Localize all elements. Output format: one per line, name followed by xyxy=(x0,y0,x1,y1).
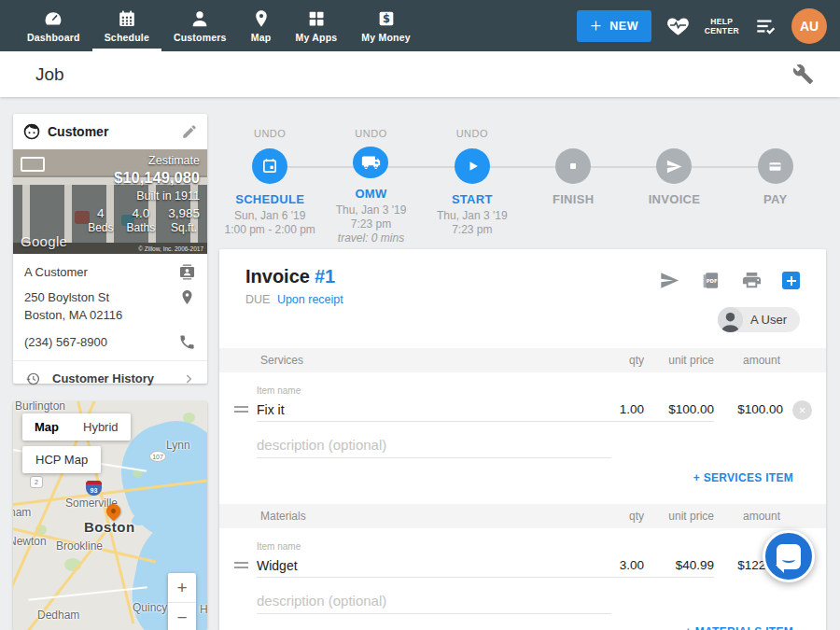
drag-handle-icon[interactable] xyxy=(234,562,248,568)
chat-support-button[interactable] xyxy=(763,530,815,582)
services-section-label: Services xyxy=(260,354,303,367)
step-label: OMW xyxy=(355,187,386,201)
omw-step-button[interactable] xyxy=(353,147,388,178)
service-qty-input[interactable] xyxy=(588,398,644,422)
job-settings-wrench-icon[interactable] xyxy=(792,63,814,85)
nav-item-my-apps[interactable]: My Apps xyxy=(284,0,350,51)
step-date: Sun, Jan 6 '19 xyxy=(224,209,315,223)
drag-handle-icon[interactable] xyxy=(234,406,248,413)
customer-name: A Customer xyxy=(24,263,88,282)
baths-value: 4.0 xyxy=(127,206,156,220)
stop-icon xyxy=(565,158,581,175)
phone-icon[interactable] xyxy=(178,333,196,351)
material-qty-input[interactable] xyxy=(588,553,644,578)
add-services-item-link[interactable]: + SERVICES ITEM xyxy=(693,471,793,484)
step-label: INVOICE xyxy=(649,192,701,206)
zillow-watermark: © Zillow, Inc. 2006-2017 xyxy=(138,245,203,252)
step-label: SCHEDULE xyxy=(235,192,304,206)
materials-section-header: Materials qty unit price amount xyxy=(219,504,826,528)
google-watermark: Google xyxy=(21,233,67,249)
map-widget[interactable]: Burlington Lynn Somerville Boston ham Ne… xyxy=(13,401,207,630)
map-label-brookline: Brookline xyxy=(56,539,103,553)
due-value-link[interactable]: Upon receipt xyxy=(277,293,343,306)
material-description-input[interactable] xyxy=(257,588,611,614)
step-date: Thu, Jan 3 '19 xyxy=(336,203,407,217)
invoice-title-text: Invoice xyxy=(245,266,310,287)
delete-item-button[interactable]: × xyxy=(792,400,812,420)
nav-item-customers[interactable]: Customers xyxy=(161,0,239,51)
route-107-shield: 107 xyxy=(149,451,166,462)
customer-card-title: Customer xyxy=(48,124,108,139)
sqft-value: 3,985 xyxy=(168,206,200,220)
map-label-newton: Newton xyxy=(13,535,47,548)
service-description-input[interactable] xyxy=(257,432,611,458)
nav-item-map[interactable]: Map xyxy=(239,0,284,51)
add-invoice-button[interactable] xyxy=(782,272,800,289)
heart-pulse-icon[interactable] xyxy=(665,13,691,38)
print-icon[interactable] xyxy=(741,270,763,291)
nav-label: Schedule xyxy=(105,32,149,43)
due-label: DUE xyxy=(245,293,270,306)
materials-section-label: Materials xyxy=(260,510,306,523)
map-type-buttons: Map Hybrid xyxy=(22,413,131,441)
i93-shield: 93 xyxy=(86,481,102,496)
service-amount: $100.00 xyxy=(699,402,783,416)
amount-column-header: amount xyxy=(700,510,780,523)
user-avatar[interactable]: AU xyxy=(791,8,827,44)
nav-item-dashboard[interactable]: Dashboard xyxy=(15,0,92,51)
invoice-step-button[interactable] xyxy=(656,148,692,184)
undo-omw-link[interactable]: UNDO xyxy=(355,128,386,139)
nav-label: My Money xyxy=(361,32,410,43)
invoice-number[interactable]: #1 xyxy=(315,266,335,287)
step-date: Thu, Jan 3 '19 xyxy=(437,209,508,223)
street-view-frame-icon xyxy=(21,157,45,172)
edit-pencil-icon[interactable] xyxy=(181,123,198,140)
schedule-step-button[interactable] xyxy=(252,148,287,184)
customer-phone-row: (234) 567-8900 xyxy=(24,333,196,352)
map-type-map-button[interactable]: Map xyxy=(22,413,71,441)
add-materials-item-link[interactable]: + MATERIALS ITEM xyxy=(685,625,793,630)
baths-stat: 4.0 Baths xyxy=(127,206,156,234)
map-label-dedham: Dedham xyxy=(37,609,79,622)
contact-card-icon[interactable] xyxy=(178,263,196,281)
map-road xyxy=(28,586,147,600)
step-details: Thu, Jan 3 '19 7:23 pm travel: 0 mins xyxy=(336,203,407,245)
dashboard-icon xyxy=(43,8,63,29)
step-details: Thu, Jan 3 '19 7:23 pm xyxy=(437,209,508,237)
map-type-hybrid-button[interactable]: Hybrid xyxy=(71,413,131,441)
services-section-header: Services qty unit price amount xyxy=(219,348,826,372)
amount-column-header: amount xyxy=(700,354,780,367)
service-item-name-input[interactable] xyxy=(257,398,611,422)
tasks-checklist-icon[interactable] xyxy=(753,14,777,38)
finish-step-button[interactable] xyxy=(555,148,591,184)
assignee-chip[interactable]: A User xyxy=(718,307,800,332)
pdf-icon[interactable]: PDF xyxy=(700,270,721,291)
route-2-label: 2 xyxy=(35,479,38,485)
nav-item-my-money[interactable]: $ My Money xyxy=(349,0,422,51)
nav-item-schedule[interactable]: Schedule xyxy=(92,0,161,51)
item-name-label: Item name xyxy=(257,541,301,552)
help-center-link[interactable]: HELP CENTER xyxy=(705,17,739,35)
undo-start-link[interactable]: UNDO xyxy=(456,128,488,141)
hcp-map-button[interactable]: HCP Map xyxy=(22,446,101,473)
zestimate-label: Zestimate xyxy=(88,154,200,167)
invoice-card: Invoice#1 DUE Upon receipt PDF A User Se… xyxy=(219,249,826,630)
material-item-name-input[interactable] xyxy=(257,553,611,578)
customer-history-label: Customer History xyxy=(52,371,154,385)
new-button[interactable]: NEW xyxy=(577,10,651,42)
customer-card: Customer Zestimate $10,149,080 Built in … xyxy=(13,114,207,384)
apps-grid-icon xyxy=(306,8,327,29)
start-step-button[interactable] xyxy=(455,148,490,184)
pay-step-button[interactable] xyxy=(758,148,793,184)
svg-text:$: $ xyxy=(383,12,390,25)
location-pin-icon[interactable] xyxy=(178,288,196,306)
customer-history-link[interactable]: Customer History xyxy=(24,361,196,396)
property-photo[interactable]: Zestimate $10,149,080 Built in 1911 4 Be… xyxy=(13,149,207,254)
i93-label: 93 xyxy=(91,484,98,496)
undo-schedule-link[interactable]: UNDO xyxy=(254,128,286,141)
map-zoom-in-button[interactable]: + xyxy=(168,573,196,602)
help-center-line1: HELP xyxy=(705,17,739,26)
send-invoice-icon[interactable] xyxy=(659,270,680,291)
map-zoom-out-button[interactable]: − xyxy=(168,603,196,630)
service-line-item: Item name $100.00 × xyxy=(219,372,826,466)
